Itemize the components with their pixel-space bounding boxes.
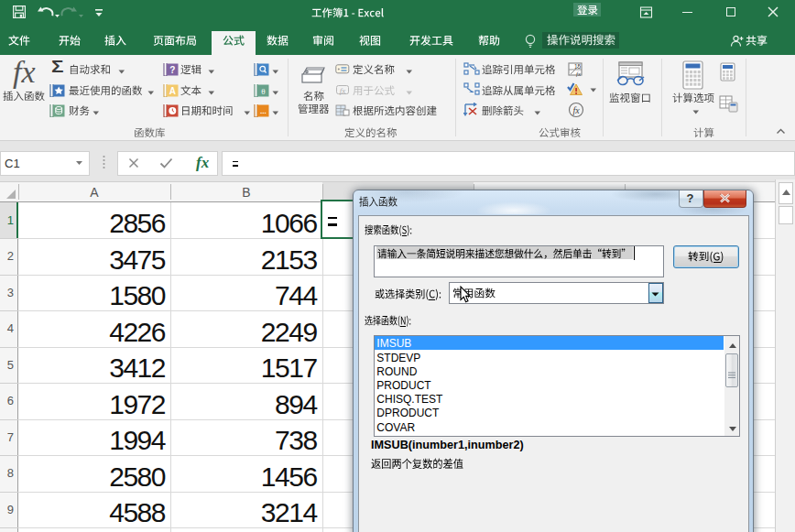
- svg-text:θ: θ: [261, 86, 265, 95]
- svg-text:?: ?: [169, 65, 175, 75]
- svg-text:A: A: [169, 86, 176, 96]
- svg-text:fx: fx: [572, 105, 580, 115]
- svg-text:fx: fx: [576, 71, 582, 78]
- svg-text:...: ...: [260, 107, 267, 115]
- svg-text:fx: fx: [340, 86, 346, 95]
